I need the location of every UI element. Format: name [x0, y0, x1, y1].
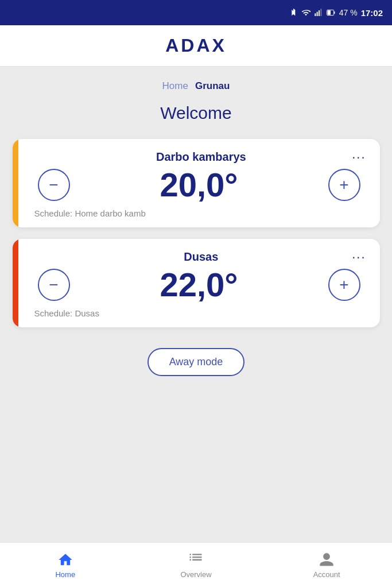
decrease-temp-btn-1[interactable]: −	[38, 169, 70, 201]
increase-temp-btn-1[interactable]: +	[328, 169, 360, 201]
breadcrumb-current[interactable]: Grunau	[195, 80, 230, 92]
away-mode-button[interactable]: Away mode	[148, 348, 245, 376]
breadcrumb: Home Grunau	[162, 80, 230, 92]
increase-temp-btn-2[interactable]: +	[328, 269, 360, 301]
app-header: ADAX	[0, 25, 392, 67]
card-header-2: Dusas ···	[32, 250, 366, 264]
battery-percent: 47 %	[339, 8, 358, 17]
battery-icon	[327, 8, 336, 17]
temp-display-2: 22,0°	[160, 268, 238, 301]
card-accent-1	[13, 139, 18, 227]
status-bar: 47 % 17:02	[0, 0, 392, 25]
device-card-2: Dusas ··· − 22,0° + Schedule: Dusas	[13, 239, 380, 327]
nav-label-account: Account	[313, 570, 340, 579]
wifi-icon	[301, 8, 311, 17]
decrease-temp-btn-2[interactable]: −	[38, 269, 70, 301]
nav-label-overview: Overview	[180, 570, 211, 579]
device-name-2: Dusas	[51, 250, 352, 264]
card-accent-2	[13, 239, 18, 327]
device-name-1: Darbo kambarys	[51, 150, 352, 164]
svg-rect-3	[320, 9, 321, 16]
overview-icon	[188, 552, 204, 568]
main-content: Home Grunau Welcome Darbo kambarys ··· −…	[0, 67, 392, 542]
temp-controls-2: − 22,0° +	[32, 268, 366, 301]
svg-rect-2	[319, 10, 320, 16]
time-display: 17:02	[361, 8, 383, 18]
status-icons: 47 % 17:02	[289, 8, 383, 18]
temp-display-1: 20,0°	[160, 168, 238, 202]
svg-rect-5	[333, 11, 335, 14]
nav-label-home: Home	[55, 570, 75, 579]
bottom-nav: Home Overview Account	[0, 542, 392, 588]
svg-rect-6	[327, 10, 330, 14]
more-options-btn-1[interactable]: ···	[352, 151, 366, 164]
card-header-1: Darbo kambarys ···	[32, 150, 366, 164]
signal-icon	[314, 8, 323, 17]
temp-controls-1: − 20,0° +	[32, 168, 366, 202]
svg-rect-1	[316, 12, 317, 16]
nav-item-overview[interactable]: Overview	[131, 552, 261, 579]
device-card-1: Darbo kambarys ··· − 20,0° + Schedule: H…	[13, 139, 380, 227]
nav-item-home[interactable]: Home	[1, 552, 130, 579]
account-icon	[319, 552, 335, 568]
nav-item-account[interactable]: Account	[262, 552, 391, 579]
schedule-label-2: Schedule: Dusas	[32, 308, 366, 318]
welcome-title: Welcome	[160, 103, 231, 123]
breadcrumb-home[interactable]: Home	[162, 80, 188, 92]
more-options-btn-2[interactable]: ···	[352, 251, 366, 264]
home-icon	[57, 552, 73, 568]
svg-rect-0	[315, 13, 316, 16]
app-logo: ADAX	[165, 35, 227, 56]
bluetooth-icon	[289, 8, 298, 17]
schedule-label-1: Schedule: Home darbo kamb	[32, 208, 366, 218]
